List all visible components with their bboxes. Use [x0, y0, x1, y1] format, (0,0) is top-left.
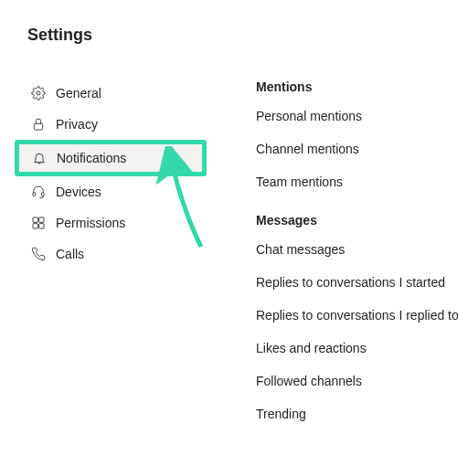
- option-personal-mentions[interactable]: Personal mentions: [256, 109, 459, 123]
- sidebar-item-label: Calls: [56, 248, 84, 260]
- section-messages: Messages Chat messages Replies to conver…: [256, 213, 459, 421]
- gear-icon: [29, 85, 47, 102]
- lock-icon: [29, 116, 47, 133]
- bell-icon: [30, 150, 48, 167]
- svg-rect-3: [41, 193, 44, 196]
- svg-rect-1: [34, 123, 42, 130]
- section-mentions: Mentions Personal mentions Channel menti…: [256, 79, 459, 189]
- svg-rect-5: [38, 217, 43, 222]
- sidebar-item-label: General: [56, 87, 101, 100]
- content-area: General Privacy Notifications Devices: [0, 78, 468, 445]
- option-trending[interactable]: Trending: [256, 407, 459, 421]
- option-replies-replied[interactable]: Replies to conversations I replied to: [256, 308, 459, 323]
- svg-rect-2: [33, 193, 36, 196]
- sidebar: General Privacy Notifications Devices: [0, 78, 201, 445]
- highlight-box: Notifications: [15, 140, 207, 176]
- sidebar-item-permissions[interactable]: Permissions: [18, 207, 201, 238]
- svg-point-0: [37, 91, 40, 95]
- svg-rect-6: [33, 224, 37, 228]
- option-likes-reactions[interactable]: Likes and reactions: [256, 341, 459, 355]
- sidebar-item-label: Devices: [56, 185, 101, 198]
- option-chat-messages[interactable]: Chat messages: [256, 242, 459, 257]
- main-panel: Mentions Personal mentions Channel menti…: [201, 78, 459, 445]
- phone-icon: [29, 246, 47, 263]
- sidebar-item-general[interactable]: General: [18, 78, 201, 109]
- section-title-mentions: Mentions: [256, 79, 459, 94]
- sidebar-item-notifications[interactable]: Notifications: [19, 144, 202, 172]
- sidebar-item-label: Notifications: [57, 152, 126, 164]
- option-replies-started[interactable]: Replies to conversations I started: [256, 275, 459, 290]
- headset-icon: [29, 184, 47, 201]
- option-followed-channels[interactable]: Followed channels: [256, 374, 459, 388]
- apps-icon: [29, 215, 47, 232]
- svg-rect-7: [38, 224, 43, 228]
- section-title-messages: Messages: [256, 213, 459, 227]
- option-channel-mentions[interactable]: Channel mentions: [256, 142, 459, 156]
- sidebar-item-calls[interactable]: Calls: [18, 238, 201, 270]
- svg-rect-4: [33, 217, 37, 222]
- page-title: Settings: [0, 0, 468, 45]
- sidebar-item-devices[interactable]: Devices: [18, 176, 201, 207]
- sidebar-item-label: Permissions: [56, 217, 125, 229]
- sidebar-item-privacy[interactable]: Privacy: [18, 109, 201, 140]
- sidebar-item-label: Privacy: [56, 118, 98, 131]
- option-team-mentions[interactable]: Team mentions: [256, 175, 459, 189]
